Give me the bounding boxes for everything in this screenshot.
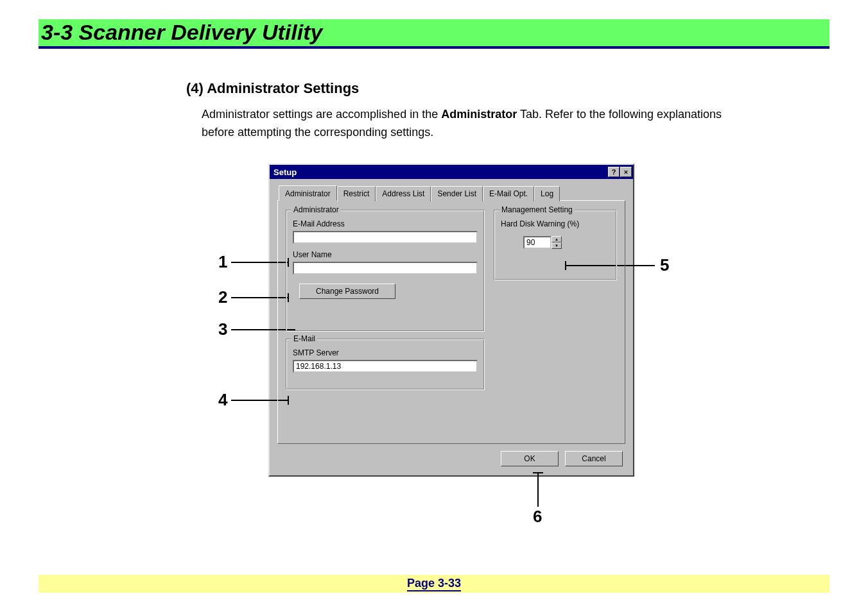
- callout-6: 6: [533, 507, 542, 527]
- page-number: Page 3-33: [407, 577, 461, 591]
- tab-administrator[interactable]: Administrator: [279, 185, 337, 201]
- callout-2: 2: [218, 287, 227, 307]
- dialog-figure: Setup ? × Administrator Restrict Address…: [268, 164, 634, 477]
- callout-4: 4: [218, 390, 227, 410]
- intro-text-pre: Administrator settings are accomplished …: [202, 108, 441, 121]
- user-name-label: User Name: [293, 250, 478, 259]
- tab-restrict[interactable]: Restrict: [337, 186, 376, 201]
- tab-sender-list[interactable]: Sender List: [431, 186, 483, 201]
- email-address-label: E-Mail Address: [293, 219, 478, 228]
- management-setting-group: Management Setting Hard Disk Warning (%)…: [494, 210, 617, 280]
- tab-strip: Administrator Restrict Address List Send…: [270, 179, 633, 201]
- email-group-legend: E-Mail: [291, 334, 317, 343]
- administrator-group: Administrator E-Mail Address User Name C…: [286, 210, 485, 332]
- hard-disk-warning-label: Hard Disk Warning (%): [501, 219, 610, 228]
- callout-6-tick: [533, 472, 543, 473]
- dialog-footer: OK Cancel: [270, 445, 633, 475]
- change-password-button[interactable]: Change Password: [299, 284, 395, 299]
- callout-6-line: [537, 472, 539, 507]
- spinner-buttons: ▲ ▼: [551, 236, 562, 249]
- spinner-down-icon[interactable]: ▼: [551, 242, 562, 249]
- ok-button[interactable]: OK: [501, 451, 559, 466]
- section-title: 3-3 Scanner Delivery Utility: [39, 20, 322, 45]
- subsection-heading: (4) Administrator Settings: [186, 80, 359, 97]
- smtp-server-input[interactable]: [293, 360, 478, 373]
- dialog-title: Setup: [273, 167, 607, 177]
- callout-5: 5: [660, 255, 669, 275]
- user-name-input[interactable]: [293, 262, 478, 275]
- cancel-button[interactable]: Cancel: [565, 451, 623, 466]
- help-icon[interactable]: ?: [608, 167, 620, 177]
- email-group: E-Mail SMTP Server: [286, 339, 485, 390]
- intro-text-bold: Administrator: [441, 108, 517, 121]
- page-footer: Page 3-33: [39, 575, 829, 593]
- tab-panel: Administrator E-Mail Address User Name C…: [277, 200, 625, 444]
- callout-3: 3: [218, 319, 227, 339]
- tab-email-opt[interactable]: E-Mail Opt.: [483, 186, 534, 201]
- section-header: 3-3 Scanner Delivery Utility: [39, 19, 829, 49]
- tab-log[interactable]: Log: [534, 186, 560, 201]
- intro-paragraph: Administrator settings are accomplished …: [202, 106, 752, 142]
- email-address-input[interactable]: [293, 231, 478, 244]
- dialog-titlebar: Setup ? ×: [270, 165, 633, 179]
- management-setting-legend: Management Setting: [499, 205, 575, 214]
- tab-address-list[interactable]: Address List: [376, 186, 431, 201]
- callout-1: 1: [218, 252, 227, 272]
- spinner-up-icon[interactable]: ▲: [551, 236, 562, 242]
- administrator-group-legend: Administrator: [291, 205, 341, 214]
- smtp-server-label: SMTP Server: [293, 348, 478, 357]
- setup-dialog: Setup ? × Administrator Restrict Address…: [268, 164, 634, 477]
- close-icon[interactable]: ×: [620, 167, 632, 177]
- hard-disk-warning-input[interactable]: [523, 236, 551, 249]
